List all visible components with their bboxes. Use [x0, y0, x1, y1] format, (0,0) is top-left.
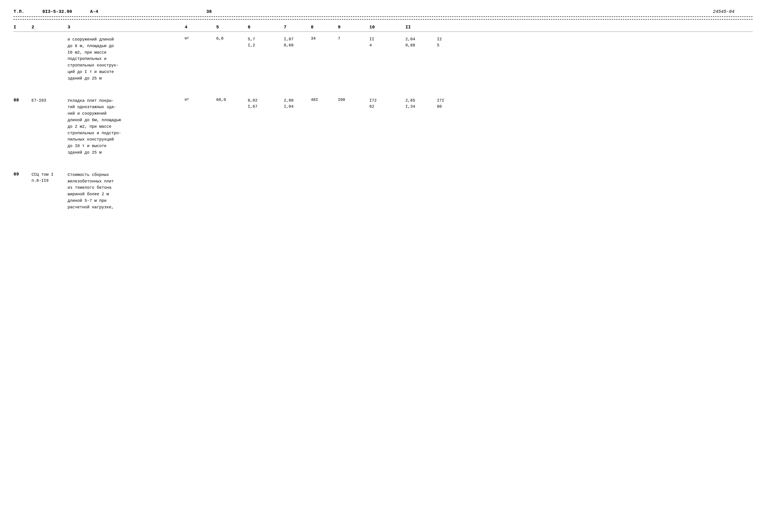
cell-col12: I25 — [437, 36, 468, 48]
row-col9: I00 — [338, 98, 369, 102]
col-header-8: 8 — [311, 25, 338, 30]
cell-unit: шт — [185, 36, 216, 41]
cell-unit: шт — [185, 98, 216, 102]
cell-description: и сооружений длиной до 6 м, площадью до … — [68, 36, 185, 82]
header: Т.П. 8I3-5-32.90 А-4 38 24545-04 — [14, 9, 752, 17]
col-header-2: 2 — [32, 25, 68, 30]
header-separator — [14, 19, 752, 20]
col-header-7: 7 — [284, 25, 311, 30]
row-col6-top: 5,7 — [248, 36, 284, 42]
cell-description: Укладка плит покры- тий одноэтажных зда-… — [68, 98, 185, 156]
col-header-9: 9 — [338, 25, 369, 30]
cell-row-num: 88 — [14, 98, 32, 103]
header-page: 38 — [206, 9, 212, 14]
cell-col5: 6,0 — [216, 36, 248, 41]
cell-col7: I,870,68 — [284, 36, 311, 48]
header-section: А-4 — [90, 9, 98, 14]
cell-col6: 8,02I,67 — [248, 98, 284, 110]
header-code: 8I3-5-32.90 — [42, 9, 72, 14]
cell-col11: 2,85I,34 — [405, 98, 437, 110]
tp-label: Т.П. — [14, 9, 24, 14]
col-header-5: 5 — [216, 25, 248, 30]
cell-col7: 2,88I,04 — [284, 98, 311, 110]
cell-col11: 2,040,88 — [405, 36, 437, 48]
col-header-1: I — [14, 25, 32, 30]
header-left: Т.П. 8I3-5-32.90 А-4 38 — [14, 9, 699, 14]
row-col12-top: I7I — [437, 98, 468, 104]
row-col5: 60,0 — [216, 98, 248, 102]
row-col8: 48I — [311, 98, 338, 102]
cell-col6: 5,7I,2 — [248, 36, 284, 48]
table-row: 88Е7-I83Укладка плит покры- тий одноэтаж… — [14, 98, 752, 160]
cell-col8: 48I — [311, 98, 338, 102]
row-col6-bot: I,2 — [248, 42, 284, 48]
header-docnumber: 24545-04 — [713, 9, 752, 14]
row-description: Стоимость сборных железобетонных плит из… — [68, 172, 185, 211]
row-col7-bot: I,04 — [284, 104, 311, 110]
table-row: и сооружений длиной до 6 м, площадью до … — [14, 36, 752, 86]
cell-description: Стоимость сборных железобетонных плит из… — [68, 172, 185, 211]
row-col11-bot: I,34 — [405, 104, 437, 110]
row-unit: шт — [185, 36, 216, 40]
column-headers: I 2 3 4 5 6 7 8 9 10 II — [14, 22, 752, 32]
row-col10-bot: 62 — [369, 104, 405, 110]
row-col8: 34 — [311, 36, 338, 41]
cell-code: Е7-I83 — [32, 98, 68, 104]
row-col12-bot: 80 — [437, 104, 468, 110]
row-col11-top: 2,85 — [405, 98, 437, 104]
row-col10-top: I72 — [369, 98, 405, 104]
cell-col9: I00 — [338, 98, 369, 102]
row-code: ССЦ том I п.8-II9 — [32, 172, 68, 184]
col-header-6: 6 — [248, 25, 284, 30]
row-col11-top: 2,04 — [405, 36, 437, 42]
col-header-11: II — [405, 25, 437, 30]
row-description: и сооружений длиной до 6 м, площадью до … — [68, 36, 185, 82]
cell-code: ССЦ том I п.8-II9 — [32, 172, 68, 184]
row-col10-top: II — [369, 36, 405, 42]
cell-col12: I7I80 — [437, 98, 468, 110]
cell-col8: 34 — [311, 36, 338, 41]
col-header-10: 10 — [369, 25, 405, 30]
row-code: Е7-I83 — [32, 98, 68, 104]
row-col6-bot: I,67 — [248, 104, 284, 110]
data-rows: и сооружений длиной до 6 м, площадью до … — [14, 36, 752, 215]
cell-col9: 7 — [338, 36, 369, 41]
cell-unit — [185, 172, 216, 172]
row-col7-bot: 0,68 — [284, 42, 311, 48]
col-header-4: 4 — [185, 25, 216, 30]
cell-row-num: 89 — [14, 172, 32, 177]
row-number: 89 — [14, 172, 32, 177]
cell-col5: 60,0 — [216, 98, 248, 102]
row-description: Укладка плит покры- тий одноэтажных зда-… — [68, 98, 185, 156]
col-header-3: 3 — [68, 25, 185, 30]
row-col11-bot: 0,88 — [405, 42, 437, 48]
row-col6-top: 8,02 — [248, 98, 284, 104]
cell-col10: II4 — [369, 36, 405, 48]
row-col9: 7 — [338, 36, 369, 41]
row-col12-top: I2 — [437, 36, 468, 42]
row-col10-bot: 4 — [369, 42, 405, 48]
table-row: 89ССЦ том I п.8-II9Стоимость сборных жел… — [14, 172, 752, 215]
row-col12-bot: 5 — [437, 42, 468, 48]
row-col5: 6,0 — [216, 36, 248, 41]
row-number: 88 — [14, 98, 32, 103]
cell-col10: I7262 — [369, 98, 405, 110]
row-col7-top: 2,88 — [284, 98, 311, 104]
row-unit: шт — [185, 98, 216, 102]
row-col7-top: I,87 — [284, 36, 311, 42]
